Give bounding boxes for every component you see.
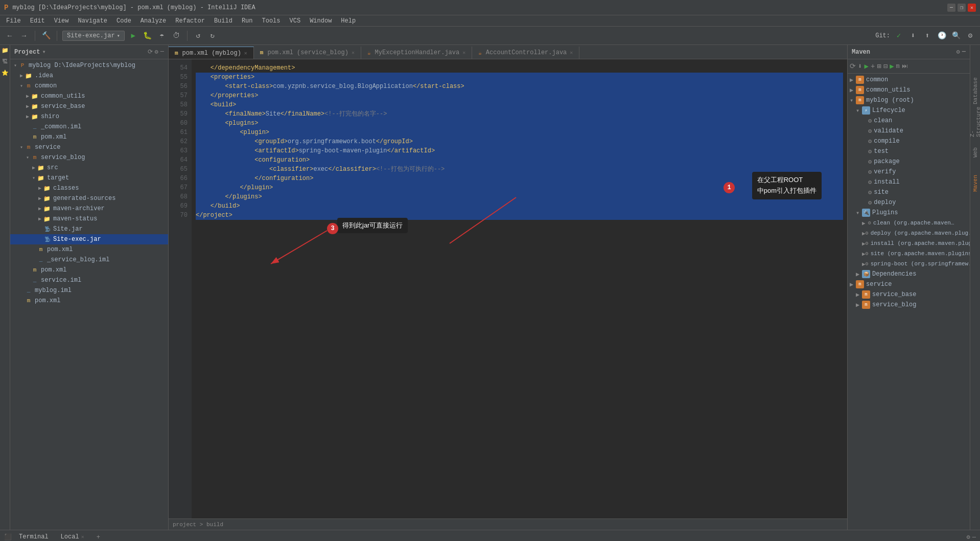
minimize-button[interactable]: — <box>947 4 955 12</box>
tree-item-service_blog_pom[interactable]: ▶ m pom.xml <box>10 244 168 255</box>
forward-button[interactable]: → <box>18 30 30 41</box>
terminal-minimize-btn[interactable]: — <box>972 534 976 541</box>
profile-button[interactable]: ⏱ <box>171 30 182 41</box>
tree-item-myblog[interactable]: ▾ P myblog D:\IdeaProjects\myblog <box>10 60 168 71</box>
menu-item-edit[interactable]: Edit <box>26 16 49 26</box>
tree-item-site-jar[interactable]: ▶ 🗜 Site.jar <box>10 224 168 234</box>
maven-collapse-btn[interactable]: ⊟ <box>883 62 888 71</box>
maven-run2-btn[interactable]: ▶ <box>890 62 894 71</box>
menu-item-build[interactable]: Build <box>210 16 237 26</box>
close-button[interactable]: ✕ <box>968 4 976 12</box>
debug-button[interactable]: 🐛 <box>142 30 153 41</box>
redo-button[interactable]: ↻ <box>207 30 218 41</box>
code-editor[interactable]: </dependencyManagement> <properties> <st… <box>192 59 847 519</box>
tree-item-shiro[interactable]: ▶ 📁 shiro <box>10 111 168 122</box>
tree-item-service_base[interactable]: ▶ 📁 service_base <box>10 101 168 111</box>
maven-download-btn[interactable]: ⬇ <box>858 62 862 71</box>
tree-item-site-exec-jar[interactable]: ▶ 🗜 Site-exec.jar <box>10 234 168 244</box>
maven-plugin-deploy[interactable]: ▶ ⚙ deploy (org.apache.maven.plug... <box>848 228 970 238</box>
git-history-button[interactable]: 🕐 <box>936 30 947 41</box>
tree-item-common_iml[interactable]: ▶ _ _common.iml <box>10 122 168 132</box>
editor-content[interactable]: 54 55 56 57 58 59 60 61 62 63 64 65 66 6… <box>169 59 847 519</box>
web-icon[interactable]: Web <box>971 137 979 168</box>
menu-item-vcs[interactable]: VCS <box>286 16 305 26</box>
tree-item-common[interactable]: ▾ m common <box>10 81 168 91</box>
tab-close-icon[interactable]: ✕ <box>244 50 247 56</box>
tab-pom-myblog[interactable]: m pom.xml (myblog) ✕ <box>169 47 254 59</box>
menu-item-navigate[interactable]: Navigate <box>74 16 111 26</box>
build-button[interactable]: 🔨 <box>40 30 52 41</box>
maven-item-plugins[interactable]: ▾ 🔌 Plugins <box>848 208 970 218</box>
maven-phase-test[interactable]: ▶ ⚙ test <box>848 146 970 156</box>
tab-close-icon[interactable]: ✕ <box>462 50 465 56</box>
local-tab[interactable]: Local ✕ <box>56 531 89 542</box>
maven-run-btn[interactable]: ▶ <box>864 62 868 71</box>
maximize-button[interactable]: ❐ <box>958 4 966 12</box>
maven-gear-icon[interactable]: ⚙ <box>956 48 960 56</box>
tree-item-common_pom[interactable]: ▶ m pom.xml <box>10 132 168 142</box>
terminal-settings-btn[interactable]: ⚙ <box>967 533 970 541</box>
tree-item-myblog_iml[interactable]: ▶ _ myblog.iml <box>10 285 168 296</box>
menu-item-tools[interactable]: Tools <box>258 16 285 26</box>
maven-item-common_utils[interactable]: ▶ m common_utils <box>848 85 970 95</box>
maven-plugin-spring[interactable]: ▶ ⚙ spring-boot (org.springframew... <box>848 259 970 269</box>
run-config-selector[interactable]: Site-exec.jar ▾ <box>62 31 125 41</box>
menu-item-help[interactable]: Help <box>337 16 360 26</box>
maven-item-lifecycle[interactable]: ▾ ⚡ Lifecycle <box>848 105 970 116</box>
maven-item-service_base[interactable]: ▶ m service_base <box>848 289 970 300</box>
menu-item-run[interactable]: Run <box>238 16 257 26</box>
undo-button[interactable]: ↺ <box>193 30 204 41</box>
project-icon[interactable]: 📁 <box>1 47 9 55</box>
tree-item-common_utils[interactable]: ▶ 📁 common_utils <box>10 91 168 101</box>
tree-item-service_iml[interactable]: ▶ _ service.iml <box>10 275 168 285</box>
maven-phase-compile[interactable]: ▶ ⚙ compile <box>848 136 970 146</box>
search-everywhere-button[interactable]: 🔍 <box>950 30 962 41</box>
maven-phase-clean[interactable]: ▶ ⚙ clean <box>848 116 970 126</box>
tree-item-service_blog[interactable]: ▾ m service_blog <box>10 152 168 163</box>
z-structure-icon[interactable]: Z-Structure <box>971 106 979 137</box>
tree-item-classes[interactable]: ▶ 📁 classes <box>10 183 168 193</box>
git-push-button[interactable]: ⬆ <box>922 30 933 41</box>
maven-refresh-btn[interactable]: ⟳ <box>850 62 856 71</box>
tree-item-maven-archiver[interactable]: ▶ 📁 maven-archiver <box>10 204 168 214</box>
tree-item-service[interactable]: ▾ m service <box>10 142 168 152</box>
menu-item-analyze[interactable]: Analyze <box>136 16 170 26</box>
maven-item-myblog[interactable]: ▾ m myblog (root) <box>848 95 970 105</box>
git-update-button[interactable]: ⬇ <box>907 30 919 41</box>
project-gear-icon[interactable]: ⚙ <box>155 48 158 56</box>
coverage-button[interactable]: ☂ <box>156 30 168 41</box>
favorites-icon[interactable]: ⭐ <box>1 70 9 78</box>
tab-exception[interactable]: ☕ MyExceptionHandler.java ✕ <box>361 47 472 59</box>
maven-phase-verify[interactable]: ▶ ⚙ verify <box>848 167 970 177</box>
run-button[interactable]: ▶ <box>128 30 139 41</box>
maven-phase-package[interactable]: ▶ ⚙ package <box>848 156 970 167</box>
tree-item-service_blog_iml[interactable]: ▶ _ _service_blog.iml <box>10 255 168 265</box>
tab-close-icon[interactable]: ✕ <box>570 50 573 56</box>
structure-icon[interactable]: 🏗 <box>1 58 9 66</box>
maven-item-common[interactable]: ▶ m common <box>848 75 970 85</box>
back-button[interactable]: ← <box>4 30 15 41</box>
maven-item-dependencies[interactable]: ▶ 📦 Dependencies <box>848 269 970 279</box>
maven-phase-deploy[interactable]: ▶ ⚙ deploy <box>848 197 970 208</box>
maven-plugin-clean[interactable]: ▶ ⚙ clean (org.apache.maven.plugin... <box>848 218 970 228</box>
tree-item-generated[interactable]: ▶ 📁 generated-sources <box>10 193 168 204</box>
tree-item-src[interactable]: ▶ 📁 src <box>10 163 168 173</box>
git-check-button[interactable]: ✓ <box>893 30 904 41</box>
maven-expand-btn[interactable]: ⊞ <box>877 62 881 71</box>
tab-close-icon[interactable]: ✕ <box>352 50 355 56</box>
database-icon[interactable]: Database <box>971 76 979 106</box>
menu-item-window[interactable]: Window <box>306 16 336 26</box>
tree-item-maven-status[interactable]: ▶ 📁 maven-status <box>10 214 168 224</box>
tree-item-target[interactable]: ▾ 📁 target <box>10 173 168 183</box>
menu-item-file[interactable]: File <box>2 16 25 26</box>
maven-close-icon[interactable]: — <box>962 48 966 56</box>
project-sync-icon[interactable]: ⟳ <box>148 48 153 56</box>
maven-item-service[interactable]: ▶ m service <box>848 279 970 289</box>
maven-phase-site[interactable]: ▶ ⚙ site <box>848 187 970 197</box>
tree-item-idea[interactable]: ▶ 📁 .idea <box>10 71 168 81</box>
menu-item-view[interactable]: View <box>50 16 73 26</box>
tab-pom-service[interactable]: m pom.xml (service_blog) ✕ <box>254 47 361 59</box>
tree-item-myblog_pom[interactable]: ▶ m pom.xml <box>10 296 168 306</box>
maven-phase-validate[interactable]: ▶ ⚙ validate <box>848 126 970 136</box>
maven-phase-install[interactable]: ▶ ⚙ install <box>848 177 970 187</box>
